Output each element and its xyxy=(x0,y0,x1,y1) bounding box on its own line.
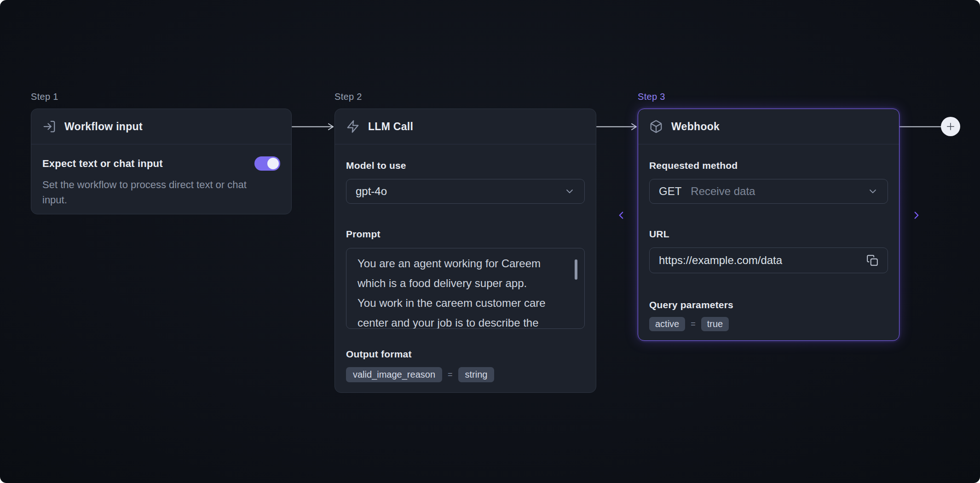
method-select[interactable]: GET Receive data xyxy=(649,179,888,204)
card-title: LLM Call xyxy=(368,121,413,133)
model-select[interactable]: gpt-4o xyxy=(346,179,585,204)
workflow-input-description: Set the workflow to process direct text … xyxy=(42,177,262,207)
chevron-down-icon xyxy=(867,186,878,197)
cube-icon xyxy=(649,120,663,133)
prompt-label: Prompt xyxy=(346,229,585,240)
model-label: Model to use xyxy=(346,160,585,171)
step-card-llm-call[interactable]: LLM Call Model to use gpt-4o Prompt You … xyxy=(334,109,596,393)
output-type-chip: string xyxy=(458,367,495,382)
equals-sign: = xyxy=(691,319,696,329)
step-2-label: Step 2 xyxy=(334,92,362,102)
prompt-line: You work in the careem customer care xyxy=(357,293,573,313)
scroll-right-chevron[interactable] xyxy=(911,207,922,224)
log-in-icon xyxy=(42,120,56,133)
url-field[interactable]: https://example.com/data xyxy=(649,247,888,273)
prompt-line: which is a food delivery super app. xyxy=(357,273,573,293)
method-value: GET xyxy=(659,185,681,198)
copy-icon[interactable] xyxy=(866,254,878,266)
output-format-label: Output format xyxy=(346,349,585,360)
add-step-button[interactable] xyxy=(941,117,960,136)
query-key-chip: active xyxy=(649,317,685,331)
text-chat-input-toggle[interactable] xyxy=(254,156,280,171)
method-label: Requested method xyxy=(649,160,888,171)
prompt-line: center and your job is to describe the xyxy=(357,313,573,329)
prompt-textarea[interactable]: You are an agent working for Careem whic… xyxy=(346,248,585,329)
url-value: https://example.com/data xyxy=(659,254,782,267)
query-params-label: Query parameters xyxy=(649,299,888,310)
card-title: Workflow input xyxy=(64,121,143,133)
plus-icon xyxy=(945,121,956,132)
equals-sign: = xyxy=(448,370,453,380)
output-key-chip: valid_image_reason xyxy=(346,367,442,382)
prompt-line: You are an agent working for Careem xyxy=(357,253,573,273)
method-hint: Receive data xyxy=(691,185,867,198)
query-value-chip: true xyxy=(701,317,729,331)
step-1-label: Step 1 xyxy=(31,92,58,102)
url-label: URL xyxy=(649,229,888,240)
step-card-workflow-input[interactable]: Workflow input Expect text or chat input… xyxy=(31,109,292,214)
model-value: gpt-4o xyxy=(356,185,564,198)
step-card-webhook[interactable]: Webhook Requested method GET Receive dat… xyxy=(638,109,899,341)
toggle-label: Expect text or chat input xyxy=(42,158,163,170)
scroll-left-chevron[interactable] xyxy=(615,207,627,224)
webhook-header: Webhook xyxy=(638,109,899,144)
prompt-scrollbar[interactable] xyxy=(575,259,577,280)
llm-call-header: LLM Call xyxy=(335,109,596,144)
workflow-input-header: Workflow input xyxy=(31,109,291,144)
toggle-knob xyxy=(267,158,279,169)
workflow-canvas: Step 1 Step 2 Step 3 Workflow input Expe… xyxy=(0,0,980,483)
zap-icon xyxy=(346,120,360,133)
step-3-label: Step 3 xyxy=(638,92,665,102)
card-title: Webhook xyxy=(671,121,720,133)
chevron-down-icon xyxy=(564,186,575,197)
